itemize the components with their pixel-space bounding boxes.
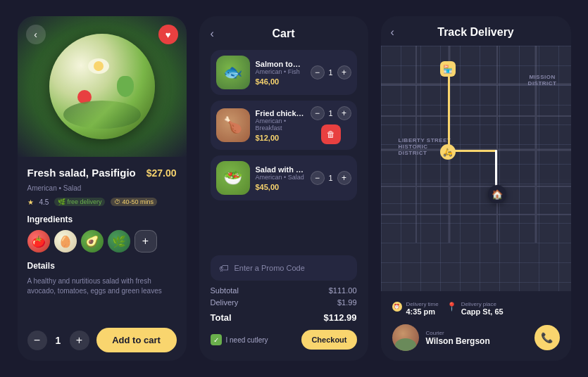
call-courier-button[interactable]: 📞 [534,325,560,350]
cart-decrease-button[interactable]: − [311,65,325,79]
cart-footer: ✓ I need cutlery Checkout [211,330,357,350]
quantity-value: 1 [53,335,64,346]
delivery-time-value: 4:35 pm [406,307,439,316]
cart-qty-value: 1 [327,68,334,77]
subtotal-label: Subtotal [211,286,239,295]
cart-qty-value: 1 [327,109,334,117]
delivery-place-label: Delivery place [461,301,503,307]
restaurant-pin: 🏪 [440,61,456,77]
cart-item-subtitle: American • Breakfast [256,117,305,132]
ingredients-title: Ingredients [27,215,177,224]
track-delivery-card: ‹ Track Delivery MISSIONDISTRICT LIBERTY… [381,16,571,361]
details-title: Details [27,261,177,271]
cutlery-row[interactable]: ✓ I need cutlery [211,334,296,345]
route-vertical-1 [448,67,450,151]
cart-items-list: 🐟 Salmon tomato mix American • Fish $46,… [211,50,357,250]
location-icon: 📍 [447,302,457,312]
cart-increase-button[interactable]: + [337,171,351,185]
delivery-badge: 🌿 free delivery [54,198,105,206]
time-badge: ⏱ 40-50 mins [111,198,157,206]
cart-item-name: Salad with avocado [256,165,305,174]
courier-info: Courier Wilson Bergson [426,330,527,346]
cart-decrease-button[interactable]: − [311,171,325,185]
herb-ingredient: 🌿 [108,230,130,253]
cart-item: 🐟 Salmon tomato mix American • Fish $46,… [211,50,357,95]
cart-header: ‹ Cart [211,27,357,40]
food-hero-image: ‹ ♥ [18,16,187,157]
cart-increase-button[interactable]: + [337,106,351,120]
egg-ingredient: 🥚 [54,230,77,253]
clock-icon: ⏰ [392,302,402,312]
cart-card: ‹ Cart 🐟 Salmon tomato mix American • Fi… [199,16,368,361]
add-ingredient-button[interactable]: + [135,230,157,253]
rating-value: 4.5 [39,198,49,206]
track-title: Track Delivery [437,26,514,39]
avocado-ingredient: 🥑 [81,230,104,253]
delivery-label: Delivery [211,298,239,307]
courier-row: Courier Wilson Bergson 📞 [392,324,560,351]
cutlery-checkbox[interactable]: ✓ [211,334,222,345]
track-back-button[interactable]: ‹ [391,26,394,39]
cutlery-label: I need cutlery [226,336,268,344]
delivery-place-item: 📍 Delivery place Capp St, 65 [447,301,503,316]
cart-item-price: $12,00 [256,134,305,142]
favorite-button[interactable]: ♥ [158,25,178,44]
delivery-meta: ⏰ Delivery time 4:35 pm 📍 Delivery place… [392,301,560,316]
cart-item-price: $46,00 [256,77,305,86]
total-value: $112.99 [324,312,357,323]
cart-item-subtitle: American • Fish [256,68,305,75]
promo-code-row[interactable]: 🏷 Enter a Promo Code [211,255,357,281]
checkout-button[interactable]: Checkout [301,330,356,350]
food-price: $27.00 [146,167,177,179]
delivery-info: ⏰ Delivery time 4:35 pm 📍 Delivery place… [381,291,571,361]
details-text: A healthy and nurtitious salad with fres… [27,276,177,296]
decrease-qty-button[interactable]: − [27,331,47,350]
quantity-control: − 1 + [27,331,89,350]
track-header: ‹ Track Delivery [381,16,571,46]
food-detail-card: ‹ ♥ Fresh salad, Pasifigio $27.00 Americ… [18,16,187,361]
cart-item-price: $45,00 [256,183,305,191]
cart-summary: Subtotal $111.00 Delivery $1.99 Total $1… [211,286,357,323]
delivery-time-label: Delivery time [406,301,439,307]
scooter-pin: 🛵 [440,144,456,160]
cart-item-image: 🐟 [216,56,250,89]
cart-item-name: Salmon tomato mix [256,60,305,68]
cart-back-button[interactable]: ‹ [211,27,214,40]
cart-item-controls: − 1 + [311,171,351,185]
cart-item-info: Fried chicken m. American • Breakfast $1… [256,109,305,142]
delete-item-button[interactable]: 🗑 [321,124,341,144]
map-area: MISSIONDISTRICT LIBERTY STREETHISTORICDI… [381,46,571,291]
back-button[interactable]: ‹ [26,25,46,44]
delivery-place-value: Capp St, 65 [461,307,503,316]
delivery-time-item: ⏰ Delivery time 4:35 pm [392,301,439,316]
promo-icon: 🏷 [219,262,229,274]
cart-decrease-button[interactable]: − [311,106,325,120]
food-meta: ★ 4.5 🌿 free delivery ⏱ 40-50 mins [27,198,177,206]
leaf-icon: 🌿 [58,198,65,205]
promo-placeholder: Enter a Promo Code [234,264,305,272]
cart-item-controls: − 1 + 🗑 [311,106,351,144]
delivery-value: $1.99 [337,298,357,307]
cart-title: Cart [272,27,294,40]
star-icon: ★ [27,198,34,206]
mission-district-label: MISSIONDISTRICT [528,74,557,87]
cart-item-subtitle: American • Salad [256,174,305,181]
cart-item-name: Fried chicken m. [256,109,305,117]
ingredients-list: 🍅 🥚 🥑 🌿 + [27,230,177,253]
food-title: Fresh salad, Pasifigio [27,167,136,179]
add-to-cart-button[interactable]: Add to cart [96,328,177,352]
increase-qty-button[interactable]: + [70,331,89,350]
total-label: Total [211,312,232,323]
courier-name: Wilson Bergson [426,336,527,346]
home-pin: 🏠 [488,185,506,203]
cart-increase-button[interactable]: + [337,65,351,79]
cart-item-image: 🥗 [216,161,250,195]
cart-item-controls: − 1 + [311,65,351,79]
cart-item-info: Salmon tomato mix American • Fish $46,00 [256,60,305,86]
cart-qty-value: 1 [327,174,334,182]
clock-icon: ⏱ [114,198,120,205]
cart-item-image: 🍗 [216,108,250,142]
cart-item-info: Salad with avocado American • Salad $45,… [256,165,305,191]
food-subtitle: American • Salad [27,184,177,192]
courier-label: Courier [426,330,527,336]
